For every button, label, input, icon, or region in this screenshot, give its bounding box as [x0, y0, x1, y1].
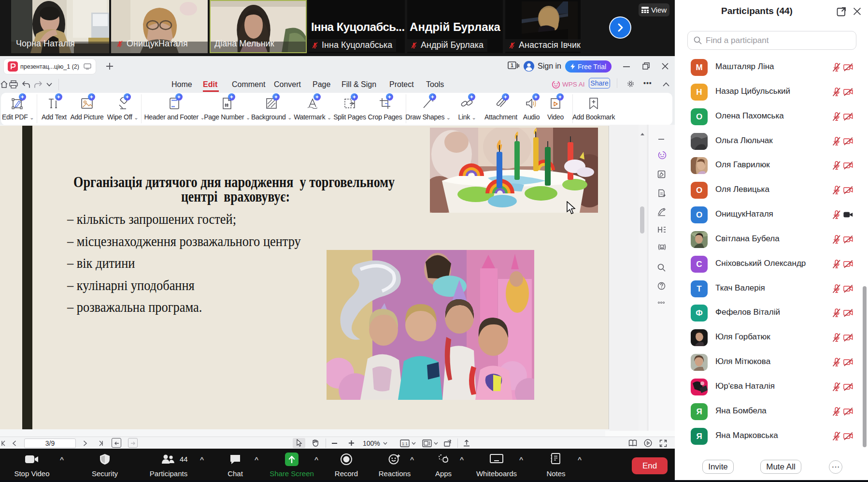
- svg-text:1: 1: [511, 63, 513, 68]
- svg-text:1:1: 1:1: [402, 441, 408, 446]
